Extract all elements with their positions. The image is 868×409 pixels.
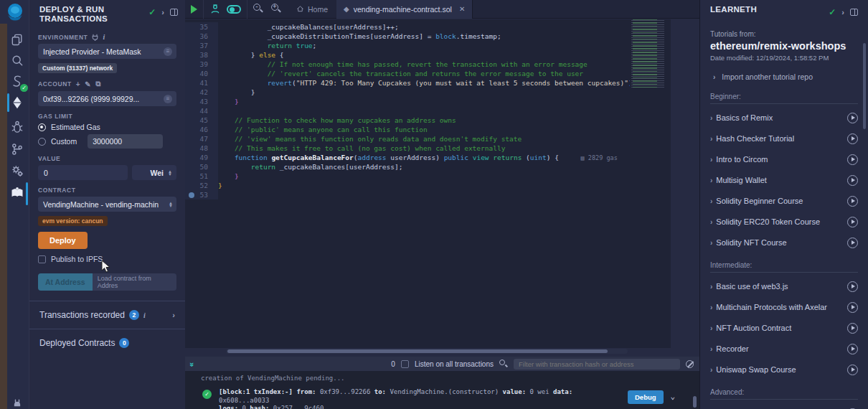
play-tutorial-icon[interactable]: [847, 217, 858, 227]
learneth-window-icon[interactable]: [850, 9, 858, 16]
import-tutorial-repo[interactable]: › Import another tutorial repo: [710, 72, 858, 81]
code-line[interactable]: 47 // 'view' means this function only re…: [185, 134, 671, 144]
transactions-info-icon[interactable]: i: [143, 311, 146, 319]
line-number[interactable]: 51: [185, 171, 218, 181]
terminal-expand-icon[interactable]: »: [188, 362, 197, 365]
environment-settings-icon[interactable]: ≡: [164, 47, 172, 56]
line-number[interactable]: 47: [185, 134, 218, 144]
line-number[interactable]: 40: [185, 69, 218, 78]
at-address-input[interactable]: Load contract from Addres: [93, 273, 176, 291]
play-tutorial-icon[interactable]: [847, 133, 858, 144]
line-number[interactable]: 52: [185, 181, 218, 190]
line-number[interactable]: 46: [185, 125, 218, 134]
line-number[interactable]: 43: [185, 97, 218, 106]
debugger-icon[interactable]: [9, 119, 25, 135]
tutorial-item[interactable]: ›NFT Auction Contract: [710, 321, 858, 335]
deploy-button[interactable]: Deploy: [38, 232, 88, 249]
editor-minimap[interactable]: [630, 19, 670, 88]
edit-account-icon[interactable]: ✎: [85, 80, 91, 88]
line-number[interactable]: 37: [185, 41, 218, 50]
zoom-out-icon[interactable]: -: [253, 4, 264, 14]
environment-info-icon[interactable]: i: [103, 33, 105, 41]
learneth-collapse-icon[interactable]: ›: [841, 8, 844, 17]
line-number[interactable]: 35: [185, 22, 218, 32]
learneth-scrollbar[interactable]: [863, 43, 866, 129]
panel-collapse-icon[interactable]: ›: [161, 8, 164, 17]
play-tutorial-icon[interactable]: [847, 238, 858, 248]
run-script-button[interactable]: [185, 0, 204, 19]
tutorial-item[interactable]: ›Basics of Remix: [710, 111, 858, 125]
line-number[interactable]: 50: [185, 162, 218, 171]
code-line[interactable]: 39 // If not enough time has passed, rev…: [185, 60, 671, 69]
value-input[interactable]: 0: [38, 165, 128, 180]
play-tutorial-icon[interactable]: [847, 302, 858, 313]
editor-horizontal-scrollbar[interactable]: [226, 349, 628, 354]
tutorial-item[interactable]: ›Multisig Wallet: [710, 173, 858, 187]
transactions-recorded-row[interactable]: Transactions recorded 2 i ›: [29, 301, 185, 329]
tutorial-item[interactable]: ›Solidity ERC20 Token Course: [710, 215, 858, 229]
code-line[interactable]: 53: [185, 190, 671, 199]
tutorial-item[interactable]: ›Uniswap Swap Course: [710, 362, 858, 377]
breakpoint-icon[interactable]: [189, 192, 194, 198]
code-line[interactable]: 48 // This makes it free to call (no gas…: [185, 144, 671, 153]
line-number[interactable]: 39: [185, 60, 218, 69]
code-line[interactable]: 46 // 'public' means anyone can call thi…: [185, 125, 671, 134]
code-line[interactable]: 42 }: [185, 88, 671, 97]
code-line[interactable]: 41 revert("HTTP 429: Too Many Cupcakes (…: [185, 78, 671, 88]
play-tutorial-icon[interactable]: [847, 281, 858, 292]
solidity-compiler-icon[interactable]: ✓: [9, 73, 25, 89]
code-line[interactable]: 37 return true;: [185, 41, 671, 50]
line-number[interactable]: 44: [185, 106, 218, 116]
play-tutorial-icon[interactable]: [847, 196, 858, 207]
tutorial-item[interactable]: ›Hash Checker Tutorial: [710, 131, 858, 146]
learneth-book-icon[interactable]: [9, 185, 25, 201]
line-number[interactable]: 36: [185, 32, 218, 41]
deployed-contracts-row[interactable]: Deployed Contracts 0: [29, 329, 185, 357]
tutorial-item[interactable]: ›Intro to Circom: [710, 152, 858, 166]
tutorial-item[interactable]: ›Solidity Beginner Course: [710, 194, 858, 208]
line-number[interactable]: 38: [185, 50, 218, 60]
account-figure-icon[interactable]: [209, 4, 221, 15]
tutorial-item[interactable]: ›Recorder: [710, 342, 858, 356]
estimated-gas-option[interactable]: Estimated Gas: [38, 123, 176, 131]
estimated-gas-radio[interactable]: [38, 123, 46, 131]
plugin-manager-icon[interactable]: [9, 396, 25, 409]
line-number[interactable]: 48: [185, 144, 218, 153]
play-tutorial-icon[interactable]: [847, 344, 858, 354]
close-tab-icon[interactable]: ✕: [459, 5, 465, 13]
copy-account-icon[interactable]: ⧉: [95, 80, 101, 88]
terminal-scrollbar[interactable]: [693, 396, 697, 408]
play-tutorial-icon[interactable]: [847, 323, 858, 334]
toggle-switch-icon[interactable]: [227, 5, 241, 14]
terminal-filter-input[interactable]: [514, 359, 680, 370]
terminal-log[interactable]: creation of VendingMachine pending... ✓ …: [185, 371, 699, 409]
at-address-button[interactable]: At Address: [38, 273, 93, 291]
tab-active-file[interactable]: ◆ vending-machine-contract.sol ✕: [336, 0, 473, 19]
custom-gas-input[interactable]: [88, 134, 163, 149]
clear-console-icon[interactable]: [686, 360, 694, 368]
zoom-in-icon[interactable]: +: [271, 4, 282, 14]
tutorial-item[interactable]: ›Multichain Protocols with Axelar: [710, 300, 858, 314]
transactions-expand-icon[interactable]: ›: [172, 311, 175, 319]
code-line[interactable]: 45 // Function to check how many cupcake…: [185, 116, 671, 125]
tab-home[interactable]: Home: [288, 0, 336, 19]
account-settings-icon[interactable]: ≡: [164, 95, 172, 103]
debug-button[interactable]: Debug: [628, 390, 664, 404]
line-number[interactable]: 49: [185, 153, 218, 162]
code-line[interactable]: 40 // 'revert' cancels the transaction a…: [185, 69, 671, 78]
line-number[interactable]: 45: [185, 116, 218, 125]
play-tutorial-icon[interactable]: [847, 365, 858, 375]
code-line[interactable]: 49 function getCupcakeBalanceFor(address…: [185, 153, 671, 162]
line-number[interactable]: 42: [185, 88, 218, 97]
custom-gas-radio[interactable]: [38, 138, 46, 146]
code-line[interactable]: 35 _cupcakeBalances[userAddress]++;: [185, 22, 671, 32]
tutorial-item[interactable]: ›Basic use of web3.js: [710, 279, 858, 293]
code-line[interactable]: 44: [185, 106, 671, 116]
panel-window-icon[interactable]: [170, 9, 178, 16]
code-line[interactable]: 36 _cupcakeDistributionTimes[userAddress…: [185, 32, 671, 41]
account-select[interactable]: 0xf39...92266 (9999.99929... ≡: [38, 91, 176, 106]
add-account-icon[interactable]: +: [76, 80, 80, 88]
git-branch-icon[interactable]: [9, 141, 25, 157]
line-number[interactable]: 41: [185, 78, 218, 88]
code-line[interactable]: 51 }: [185, 171, 671, 181]
